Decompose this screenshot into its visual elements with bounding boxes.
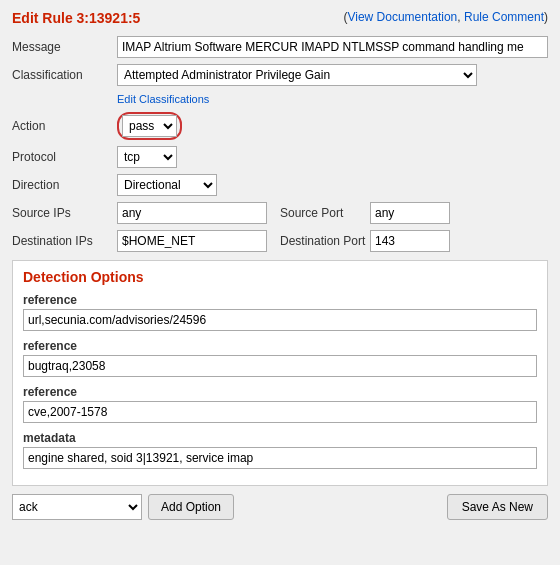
source-row: Source IPs Source Port	[12, 202, 548, 224]
classification-select[interactable]: Attempted Administrator Privilege Gain	[117, 64, 477, 86]
bottom-right: Save As New	[447, 494, 548, 520]
direction-select[interactable]: Directional <> ->	[117, 174, 217, 196]
reference-2-input[interactable]	[23, 355, 537, 377]
add-option-button[interactable]: Add Option	[148, 494, 234, 520]
action-row: Action pass alert drop reject	[12, 112, 548, 140]
reference-2-label: reference	[23, 339, 537, 353]
reference-1-label: reference	[23, 293, 537, 307]
destination-ips-label: Destination IPs	[12, 234, 117, 248]
main-container: Edit Rule 3:13921:5 (View Documentation,…	[0, 0, 560, 530]
destination-port-label: Destination Port	[280, 234, 370, 248]
protocol-label: Protocol	[12, 150, 117, 164]
message-label: Message	[12, 40, 117, 54]
detection-options-title: Detection Options	[23, 269, 537, 285]
message-row: Message	[12, 36, 548, 58]
destination-port-col: Destination Port	[280, 230, 548, 252]
destination-ips-input[interactable]	[117, 230, 267, 252]
edit-classifications-link[interactable]: Edit Classifications	[117, 93, 209, 105]
classification-row: Classification Attempted Administrator P…	[12, 64, 548, 86]
reference-3-input[interactable]	[23, 401, 537, 423]
reference-1-input[interactable]	[23, 309, 537, 331]
detection-option-reference-1: reference	[23, 293, 537, 331]
bottom-bar: ack alert pass drop Add Option Save As N…	[12, 494, 548, 520]
detection-option-reference-2: reference	[23, 339, 537, 377]
message-field-wrapper	[117, 36, 548, 58]
protocol-row: Protocol tcp udp icmp ip	[12, 146, 548, 168]
action-label: Action	[12, 119, 117, 133]
source-ips-input[interactable]	[117, 202, 267, 224]
source-port-label: Source Port	[280, 206, 370, 220]
reference-3-label: reference	[23, 385, 537, 399]
detection-option-reference-3: reference	[23, 385, 537, 423]
direction-row: Direction Directional <> ->	[12, 174, 548, 196]
action-field-wrapper: pass alert drop reject	[117, 112, 548, 140]
page-title: Edit Rule 3:13921:5 (View Documentation,…	[12, 10, 548, 26]
rule-comment-link[interactable]: Rule Comment	[464, 10, 544, 24]
detection-option-metadata: metadata	[23, 431, 537, 469]
action-wrapper: pass alert drop reject	[117, 112, 182, 140]
direction-field-wrapper: Directional <> ->	[117, 174, 548, 196]
classification-field-wrapper: Attempted Administrator Privilege Gain	[117, 64, 548, 86]
save-as-new-button[interactable]: Save As New	[447, 494, 548, 520]
back-select[interactable]: ack alert pass drop	[12, 494, 142, 520]
source-port-col: Source Port	[280, 202, 548, 224]
edit-classifications-row: Edit Classifications	[12, 92, 548, 106]
source-port-input[interactable]	[370, 202, 450, 224]
header-links: (View Documentation, Rule Comment)	[343, 10, 548, 24]
destination-port-input[interactable]	[370, 230, 450, 252]
detection-options-panel: Detection Options reference reference re…	[12, 260, 548, 486]
classification-label: Classification	[12, 68, 117, 82]
source-ips-label: Source IPs	[12, 206, 117, 220]
destination-ips-col: Destination IPs	[12, 230, 280, 252]
protocol-select[interactable]: tcp udp icmp ip	[117, 146, 177, 168]
direction-label: Direction	[12, 178, 117, 192]
source-ips-col: Source IPs	[12, 202, 280, 224]
metadata-label: metadata	[23, 431, 537, 445]
message-input[interactable]	[117, 36, 548, 58]
metadata-input[interactable]	[23, 447, 537, 469]
bottom-left: ack alert pass drop Add Option	[12, 494, 234, 520]
destination-row: Destination IPs Destination Port	[12, 230, 548, 252]
action-select[interactable]: pass alert drop reject	[122, 115, 177, 137]
view-documentation-link[interactable]: View Documentation	[347, 10, 457, 24]
protocol-field-wrapper: tcp udp icmp ip	[117, 146, 548, 168]
title-text: Edit Rule 3:13921:5	[12, 10, 140, 26]
